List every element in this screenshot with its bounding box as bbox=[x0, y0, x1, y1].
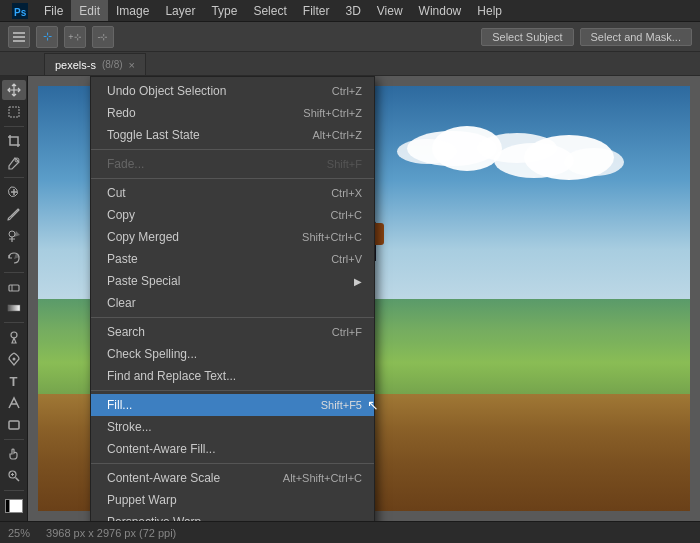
history-brush-btn[interactable] bbox=[2, 248, 26, 268]
select-mask-button[interactable]: Select and Mask... bbox=[580, 28, 693, 46]
separator-4 bbox=[91, 390, 374, 391]
zoom-tool-btn[interactable] bbox=[2, 466, 26, 486]
separator-1 bbox=[91, 149, 374, 150]
fill-menu-item[interactable]: Fill... Shift+F5 ↖ bbox=[91, 394, 374, 416]
copy-merged-shortcut: Shift+Ctrl+C bbox=[302, 231, 362, 243]
svg-rect-8 bbox=[9, 285, 19, 291]
cut-menu-item[interactable]: Cut Ctrl+X bbox=[91, 182, 374, 204]
eraser-tool-btn[interactable] bbox=[2, 276, 26, 296]
zoom-level[interactable]: 25% bbox=[8, 527, 30, 539]
document-tab[interactable]: pexels-s (8/8) × bbox=[44, 53, 146, 75]
crop-tool-btn[interactable] bbox=[2, 131, 26, 151]
help-menu-item[interactable]: Help bbox=[469, 0, 510, 21]
view-menu-item[interactable]: View bbox=[369, 0, 411, 21]
spot-healing-btn[interactable] bbox=[2, 182, 26, 202]
puppet-warp-item[interactable]: Puppet Warp bbox=[91, 489, 374, 511]
undo-label: Undo Object Selection bbox=[107, 84, 312, 98]
ps-logo-menu[interactable]: Ps bbox=[4, 0, 36, 21]
copy-merged-item[interactable]: Copy Merged Shift+Ctrl+C bbox=[91, 226, 374, 248]
cloud-3 bbox=[494, 133, 644, 193]
edit-menu-item[interactable]: Edit bbox=[71, 0, 108, 21]
separator-2 bbox=[91, 178, 374, 179]
fill-shortcut: Shift+F5 bbox=[321, 399, 362, 411]
gradient-tool-btn[interactable] bbox=[2, 298, 26, 318]
layer-menu-item[interactable]: Layer bbox=[157, 0, 203, 21]
clone-stamp-btn[interactable] bbox=[2, 226, 26, 246]
find-replace-item[interactable]: Find and Replace Text... bbox=[91, 365, 374, 387]
filter-menu-item[interactable]: Filter bbox=[295, 0, 338, 21]
move-tool-btn[interactable] bbox=[2, 80, 26, 100]
tab-filename: pexels-s bbox=[55, 59, 96, 71]
content-aware-scale-item[interactable]: Content-Aware Scale Alt+Shift+Ctrl+C bbox=[91, 467, 374, 489]
paste-label: Paste bbox=[107, 252, 311, 266]
perspective-warp-item[interactable]: Perspective Warp bbox=[91, 511, 374, 521]
status-bar: 25% 3968 px x 2976 px (72 ppi) bbox=[0, 521, 700, 543]
perspective-warp-label: Perspective Warp bbox=[107, 515, 362, 521]
brush-tool-btn[interactable] bbox=[2, 204, 26, 224]
copy-shortcut: Ctrl+C bbox=[331, 209, 362, 221]
hand-tool-btn[interactable] bbox=[2, 444, 26, 464]
window-menu-item[interactable]: Window bbox=[411, 0, 470, 21]
fade-shortcut: Shift+F bbox=[327, 158, 362, 170]
content-aware-scale-label: Content-Aware Scale bbox=[107, 471, 263, 485]
redo-label: Redo bbox=[107, 106, 283, 120]
toggle-last-state-item[interactable]: Toggle Last State Alt+Ctrl+Z bbox=[91, 124, 374, 146]
fade-label: Fade... bbox=[107, 157, 307, 171]
rectangle-tool-btn[interactable] bbox=[2, 415, 26, 435]
3d-menu-item[interactable]: 3D bbox=[337, 0, 368, 21]
svg-point-11 bbox=[12, 358, 15, 361]
check-spelling-item[interactable]: Check Spelling... bbox=[91, 343, 374, 365]
check-spelling-label: Check Spelling... bbox=[107, 347, 362, 361]
content-aware-scale-shortcut: Alt+Shift+Ctrl+C bbox=[283, 472, 362, 484]
undo-shortcut: Ctrl+Z bbox=[332, 85, 362, 97]
redo-menu-item[interactable]: Redo Shift+Ctrl+Z bbox=[91, 102, 374, 124]
stroke-menu-item[interactable]: Stroke... bbox=[91, 416, 374, 438]
stroke-label: Stroke... bbox=[107, 420, 362, 434]
paste-special-item[interactable]: Paste Special ▶ bbox=[91, 270, 374, 292]
tool-options-icon[interactable] bbox=[8, 26, 30, 48]
dodge-tool-btn[interactable] bbox=[2, 327, 26, 347]
menu-bar: Ps File Edit Image Layer Type Select Fil… bbox=[0, 0, 700, 22]
file-menu-item[interactable]: File bbox=[36, 0, 71, 21]
cut-label: Cut bbox=[107, 186, 311, 200]
toggle-shortcut: Alt+Ctrl+Z bbox=[312, 129, 362, 141]
svg-rect-4 bbox=[13, 40, 25, 42]
content-aware-fill-item[interactable]: Content-Aware Fill... bbox=[91, 438, 374, 460]
search-menu-item[interactable]: Search Ctrl+F bbox=[91, 321, 374, 343]
paste-menu-item[interactable]: Paste Ctrl+V bbox=[91, 248, 374, 270]
tab-info: (8/8) bbox=[102, 59, 123, 70]
tab-bar: pexels-s (8/8) × bbox=[0, 52, 700, 76]
svg-text:Ps: Ps bbox=[14, 7, 27, 18]
add-to-selection-icon[interactable]: +⊹ bbox=[64, 26, 86, 48]
separator-5 bbox=[91, 463, 374, 464]
paste-shortcut: Ctrl+V bbox=[331, 253, 362, 265]
svg-rect-3 bbox=[13, 36, 25, 38]
copy-merged-label: Copy Merged bbox=[107, 230, 282, 244]
workspace: T bbox=[0, 76, 700, 521]
select-menu-item[interactable]: Select bbox=[245, 0, 294, 21]
eyedropper-tool-btn[interactable] bbox=[2, 153, 26, 173]
color-swatches[interactable] bbox=[3, 497, 25, 515]
pen-tool-btn[interactable] bbox=[2, 349, 26, 369]
selection-mode-icon[interactable]: ⊹ bbox=[36, 26, 58, 48]
image-menu-item[interactable]: Image bbox=[108, 0, 157, 21]
type-menu-item[interactable]: Type bbox=[203, 0, 245, 21]
type-tool-btn[interactable]: T bbox=[2, 371, 26, 391]
undo-menu-item[interactable]: Undo Object Selection Ctrl+Z bbox=[91, 80, 374, 102]
svg-rect-2 bbox=[13, 32, 25, 34]
subtract-selection-icon[interactable]: -⊹ bbox=[92, 26, 114, 48]
separator-3 bbox=[91, 317, 374, 318]
paste-special-label: Paste Special bbox=[107, 274, 348, 288]
rectangular-marquee-btn[interactable] bbox=[2, 102, 26, 122]
options-bar: ⊹ +⊹ -⊹ Select Subject Select and Mask..… bbox=[0, 22, 700, 52]
select-subject-button[interactable]: Select Subject bbox=[481, 28, 573, 46]
cursor-indicator: ↖ bbox=[367, 397, 379, 413]
copy-menu-item[interactable]: Copy Ctrl+C bbox=[91, 204, 374, 226]
path-selection-btn[interactable] bbox=[2, 393, 26, 413]
clear-menu-item[interactable]: Clear bbox=[91, 292, 374, 314]
document-dimensions: 3968 px x 2976 px (72 ppi) bbox=[46, 527, 176, 539]
svg-point-7 bbox=[9, 231, 15, 237]
tab-close-icon[interactable]: × bbox=[129, 59, 135, 71]
find-replace-label: Find and Replace Text... bbox=[107, 369, 362, 383]
search-label: Search bbox=[107, 325, 312, 339]
